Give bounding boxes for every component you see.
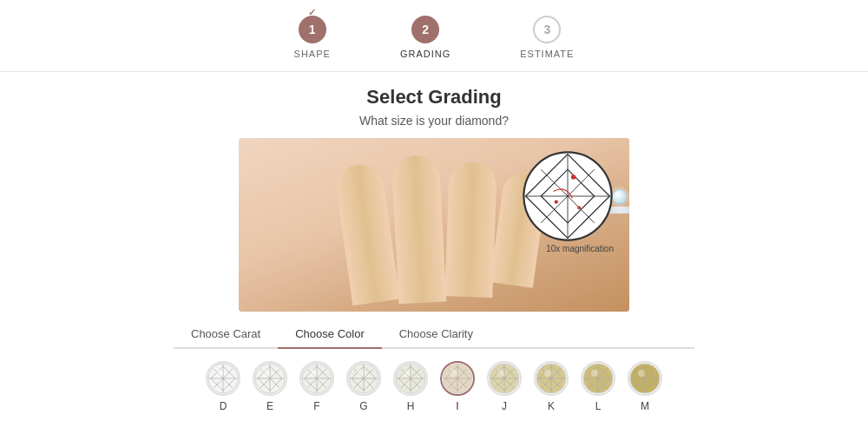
svg-point-41 <box>357 370 364 377</box>
tab-clarity[interactable]: Choose Clarity <box>382 320 490 349</box>
swatch-circle-J <box>487 361 522 396</box>
step-2-number: 2 <box>422 23 429 36</box>
svg-point-76 <box>591 370 598 377</box>
swatch-label-D: D <box>220 400 227 412</box>
step-shape[interactable]: ✓ 1 SHAPE <box>294 16 331 59</box>
diamond-image: 10x magnification <box>239 138 629 312</box>
swatch-item-J[interactable]: J <box>487 361 522 412</box>
swatch-item-M[interactable]: M <box>628 361 662 412</box>
swatch-label-G: G <box>359 400 367 412</box>
swatch-label-H: H <box>407 400 415 412</box>
svg-point-20 <box>216 370 223 377</box>
swatch-item-F[interactable]: F <box>299 361 334 412</box>
swatch-circle-E <box>253 361 287 396</box>
step-1-number: 1 <box>309 23 316 36</box>
diamond-diagram <box>520 148 615 244</box>
svg-point-11 <box>571 174 576 180</box>
swatch-label-E: E <box>266 400 273 412</box>
swatch-item-I[interactable]: I <box>440 361 475 412</box>
step-3-number: 3 <box>543 23 550 36</box>
svg-point-55 <box>450 370 457 377</box>
svg-point-69 <box>544 370 551 377</box>
swatch-label-M: M <box>641 400 649 412</box>
finger-3 <box>444 161 496 298</box>
swatch-circle-F <box>299 361 334 396</box>
swatch-label-I: I <box>456 400 458 412</box>
step-grading[interactable]: 2 GRADING <box>400 16 450 59</box>
swatch-circle-I <box>440 361 475 396</box>
step-estimate[interactable]: 3 ESTIMATE <box>520 16 574 59</box>
swatch-label-L: L <box>595 400 602 412</box>
magnification-label: 10x magnification <box>546 244 614 253</box>
step-2-label: GRADING <box>400 49 450 59</box>
step-2-circle: 2 <box>411 16 439 43</box>
step-3-circle: 3 <box>533 16 561 43</box>
svg-point-34 <box>310 370 317 377</box>
page-subtitle: What size is your diamond? <box>359 114 509 128</box>
stepper: ✓ 1 SHAPE 2 GRADING 3 ESTIMATE <box>0 0 868 72</box>
step-1-label: SHAPE <box>294 49 331 59</box>
swatch-circle-G <box>346 361 381 396</box>
swatch-label-F: F <box>313 400 319 412</box>
swatch-circle-H <box>393 361 428 396</box>
svg-point-13 <box>577 206 581 209</box>
swatch-item-L[interactable]: L <box>581 361 615 412</box>
swatch-item-G[interactable]: G <box>346 361 381 412</box>
svg-point-48 <box>404 370 411 377</box>
svg-point-27 <box>263 370 270 377</box>
swatch-circle-D <box>206 361 240 396</box>
tab-carat[interactable]: Choose Carat <box>174 320 278 349</box>
svg-point-12 <box>555 200 558 203</box>
swatch-circle-L <box>581 361 615 396</box>
page-title: Select Grading <box>366 86 501 108</box>
swatch-label-J: J <box>502 400 507 412</box>
swatch-item-E[interactable]: E <box>253 361 287 412</box>
tab-color[interactable]: Choose Color <box>278 320 382 349</box>
svg-point-62 <box>497 370 504 377</box>
swatch-item-K[interactable]: K <box>534 361 569 412</box>
step-3-label: ESTIMATE <box>520 49 574 59</box>
swatch-circle-M <box>628 361 662 396</box>
step-1-circle: ✓ 1 <box>299 16 326 43</box>
svg-point-83 <box>638 370 645 377</box>
color-swatches: DEFGHIJKLM <box>206 361 662 412</box>
checkmark-icon: ✓ <box>308 7 316 18</box>
swatch-label-K: K <box>548 400 555 412</box>
finger-1 <box>333 161 400 306</box>
main-content: Select Grading What size is your diamond… <box>0 72 868 412</box>
finger-2 <box>391 155 447 305</box>
swatch-item-H[interactable]: H <box>393 361 428 412</box>
tabs-row: Choose Carat Choose Color Choose Clarity <box>174 320 694 349</box>
swatch-item-D[interactable]: D <box>206 361 240 412</box>
swatch-circle-K <box>534 361 569 396</box>
